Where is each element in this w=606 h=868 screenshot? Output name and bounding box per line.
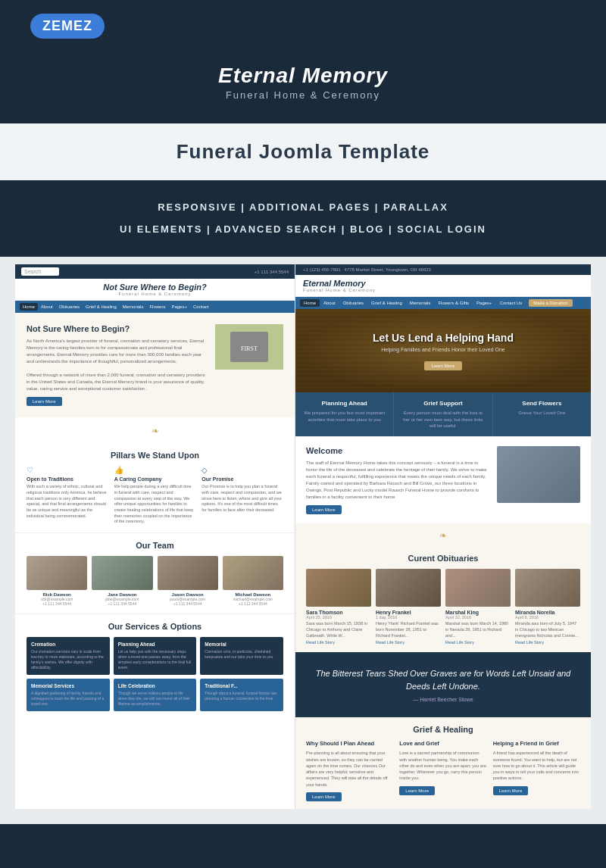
grief-col-2: Love and Grief Love is a sacred partners…: [399, 740, 486, 801]
right-nav-memorials[interactable]: Memorials: [406, 299, 435, 307]
service-card-memorial-services: Memorial Services A dignified gathering …: [27, 679, 110, 711]
left-brand-title: Not Sure Where to Begin?: [23, 283, 287, 292]
service-card-traditional: Traditional F... Though about a funeral,…: [200, 679, 283, 711]
right-grief-healing: Grief & Healing Why Should I Plan Ahead …: [295, 717, 591, 809]
team-contact-4: michael@example.com+1 111 344 5544: [223, 597, 283, 606]
right-obituaries: Curent Obituaries Sara Thomson April 25,…: [295, 546, 591, 652]
service-box-grief: Grief Support Every person must deal wit…: [394, 392, 492, 436]
left-preview-column: Search +1 111 344 5544 Not Sure Where to…: [15, 264, 295, 809]
left-nav-home[interactable]: Home: [20, 303, 38, 311]
grief-grid: Why Should I Plan Ahead Pre-planning is …: [306, 740, 580, 801]
right-nav: Home About Obituaries Grief & Healing Me…: [295, 297, 591, 309]
service-text-planning: Let us help you with the necessary steps…: [118, 649, 192, 670]
pillar-3: ◇ Our Promise Our Promise is to help you…: [201, 466, 283, 525]
obit-date-2: 1 day, 2016: [376, 615, 441, 620]
zemez-logo[interactable]: ZEMEZ: [30, 14, 105, 39]
grief-title: Grief & Healing: [306, 725, 580, 734]
team-contact-3: jason@example.com+1 111 344 5544: [158, 597, 218, 606]
service-box-flowers-text: Grieve Your Loved One: [499, 410, 585, 416]
service-text-cremation: Our cremation services vary in scale fro…: [31, 649, 105, 670]
pillars-title: Pillars We Stand Upon: [27, 451, 283, 460]
service-box-planning-title: Planning Ahead: [301, 400, 387, 407]
obituaries-title: Curent Obituaries: [306, 554, 580, 563]
grief-btn-2[interactable]: Learn More: [399, 786, 435, 795]
right-nav-donate-btn[interactable]: Make a Donation: [529, 299, 572, 307]
left-nav-about[interactable]: About: [38, 303, 56, 311]
right-welcome-btn[interactable]: Learn More: [306, 505, 342, 514]
right-nav-home[interactable]: Home: [300, 299, 320, 307]
right-service-boxes: Planning Ahead We prepared for you few m…: [295, 392, 591, 436]
left-pillars: Pillars We Stand Upon ♡ Open to Traditio…: [15, 443, 295, 532]
left-nav-obituaries[interactable]: Obituaries: [56, 303, 83, 311]
team-title: Our Team: [27, 541, 283, 550]
obit-card-3: Marshal King April 10, 2016 Marshal was …: [445, 569, 511, 645]
left-search[interactable]: Search: [21, 267, 59, 276]
team-contact-1: rick@example.com+1 111 344 5544: [27, 597, 87, 606]
right-hero-btn[interactable]: Learn More: [424, 361, 463, 370]
pillar-3-title: Our Promise: [201, 476, 283, 482]
service-box-grief-title: Grief Support: [400, 400, 486, 407]
right-welcome-text: Welcome The staff of Eternal Memory Home…: [306, 446, 489, 514]
left-contact-info: +1 111 344 5544: [255, 270, 289, 274]
right-hero: Let Us Lend a Helping Hand Helping Famil…: [295, 309, 591, 392]
left-hero-image: [215, 324, 283, 370]
obituaries-grid: Sara Thomson April 25, 2016 Sara was bor…: [306, 569, 580, 645]
right-welcome-body: The staff of Eternal Memory Home takes t…: [306, 460, 489, 501]
left-nav-contact[interactable]: Contact: [190, 303, 212, 311]
obit-name-1: Sara Thomson: [306, 610, 371, 615]
thumbsup-icon: 👍: [114, 466, 196, 474]
left-nav-grief[interactable]: Grief & Healing: [83, 303, 120, 311]
obit-date-1: April 25, 2016: [306, 615, 371, 620]
grief-col-3-title: Helping a Friend in Grief: [493, 740, 580, 747]
template-label: Funeral Joomla Template: [30, 140, 576, 164]
left-team: Our Team Rick Dawson rick@example.com+1 …: [15, 532, 295, 614]
left-hero-body: As North America's largest provider of f…: [27, 338, 208, 392]
right-nav-pages[interactable]: Pages+: [473, 299, 496, 307]
left-brand: Not Sure Where to Begin? Funeral Home & …: [15, 279, 295, 301]
right-hero-sub: Helping Families and Friends Honor their…: [373, 347, 514, 352]
obit-link-3[interactable]: Read Life Story: [445, 640, 511, 645]
left-hero-title: Not Sure Where to Begin?: [27, 324, 208, 333]
right-nav-flowers[interactable]: Flowers & Gifts: [434, 299, 473, 307]
obit-text-2: Henry 'Hank' Richard Frankel was born No…: [376, 621, 441, 639]
team-photo-1: [27, 556, 87, 590]
team-member-4: Michael Dawson michael@example.com+1 111…: [223, 556, 283, 606]
right-nav-obituaries[interactable]: Obituaries: [339, 299, 367, 307]
right-divider1: ❧: [295, 523, 591, 546]
grief-col-1-title: Why Should I Plan Ahead: [306, 740, 393, 747]
left-nav-pages[interactable]: Pages+: [168, 303, 190, 311]
obit-link-2[interactable]: Read Life Story: [376, 640, 441, 645]
service-title-memorial-services: Memorial Services: [31, 683, 105, 688]
obit-photo-1: [306, 569, 371, 607]
services-title: Our Services & Options: [27, 622, 283, 631]
right-hero-title: Let Us Lend a Helping Hand: [373, 332, 514, 344]
obit-card-2: Henry Frankel 1 day, 2016 Henry 'Hank' R…: [376, 569, 441, 645]
obit-photo-3: [445, 569, 511, 607]
grief-btn-3[interactable]: Learn More: [493, 786, 529, 795]
left-nav-flowers[interactable]: Flowers: [146, 303, 168, 311]
features-line1: RESPONSIVE | ADDITIONAL PAGES | PARALLAX: [30, 197, 576, 219]
pillar-2: 👍 A Caring Company We help people during…: [114, 466, 196, 525]
right-nav-about[interactable]: About: [320, 299, 339, 307]
right-nav-grief[interactable]: Grief & Healing: [367, 299, 406, 307]
service-box-grief-text: Every person must deal with the loss to …: [400, 410, 486, 429]
left-hero-btn[interactable]: Learn More: [27, 397, 62, 406]
service-text-traditional: Though about a funeral, funeral homes ar…: [205, 691, 279, 701]
obit-link-1[interactable]: Read Life Story: [306, 640, 371, 645]
right-contact: +1 (123) 456-7891 4778 Market Street, Yo…: [303, 267, 431, 272]
obit-text-1: Sara was born March 15, 1938 in Chicago …: [306, 621, 371, 639]
left-nav-memorials[interactable]: Memorials: [120, 303, 147, 311]
service-title-life-celebration: Life Celebration: [118, 683, 192, 688]
left-navbar: Search +1 111 344 5544: [15, 264, 295, 279]
grief-col-3: Helping a Friend in Grief A friend has e…: [493, 740, 580, 801]
right-nav-contact[interactable]: Contact Us: [496, 299, 526, 307]
grief-btn-1[interactable]: Learn More: [306, 792, 342, 801]
obit-text-4: Miranda was born of July 5, 1947 in Chic…: [515, 621, 580, 639]
left-nav: Home About Obituaries Grief & Healing Me…: [15, 301, 295, 313]
preview-wrapper: Search +1 111 344 5544 Not Sure Where to…: [15, 264, 591, 809]
quote-text: The Bitterest Tears Shed Over Graves are…: [311, 667, 576, 692]
obit-link-4[interactable]: Read Life Story: [515, 640, 580, 645]
right-brand-title: Eternal Memory: [303, 279, 376, 288]
service-text-memorial-services: A dignified gathering of family, friends…: [31, 691, 105, 707]
grief-col-1: Why Should I Plan Ahead Pre-planning is …: [306, 740, 393, 801]
